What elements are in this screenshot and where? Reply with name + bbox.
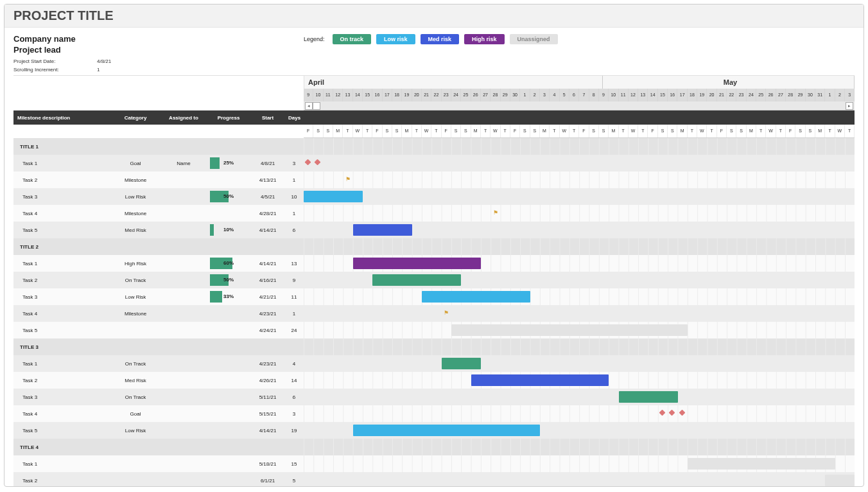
table-row[interactable]: Task 4Goal5/15/213: [13, 405, 855, 422]
day-letter-cell: T: [343, 125, 352, 137]
day-num-cell: 20: [707, 89, 716, 101]
cell-start: 4/16/21: [251, 277, 284, 283]
cell-start: 6/1/21: [251, 478, 284, 484]
day-letter-cell: M: [677, 125, 687, 137]
day-letter-cell: M: [815, 125, 825, 137]
day-num-cell: 3: [540, 89, 550, 101]
cell-category: Goal: [110, 411, 161, 417]
table-row[interactable]: Task 54/24/2124: [13, 322, 855, 338]
table-row[interactable]: Task 1GoalName25%4/8/213: [13, 155, 855, 171]
table-row[interactable]: Task 26/1/215: [13, 472, 855, 487]
col-days: Days: [284, 115, 304, 121]
day-num-cell: 23: [442, 89, 451, 101]
day-num-cell: 30: [806, 89, 815, 101]
cell-days: 19: [284, 428, 304, 434]
day-num-cell: 26: [766, 89, 776, 101]
day-num-cell: 25: [756, 89, 766, 101]
day-num-cell: 2: [835, 89, 845, 101]
table-row[interactable]: Task 4Milestone4/23/211: [13, 305, 855, 322]
cell-days: 3: [284, 411, 304, 417]
day-letter-cell: F: [304, 125, 313, 137]
day-letter-cell: S: [324, 125, 333, 137]
table-row[interactable]: Task 1High Risk60%4/14/2113: [13, 255, 855, 272]
cell-start: 4/5/21: [251, 194, 284, 200]
legend-on-track: On track: [333, 34, 372, 44]
cell-category: Milestone: [110, 311, 161, 317]
day-num-cell: 21: [422, 89, 431, 101]
day-num-cell: 9: [304, 89, 313, 101]
day-letter-cell: S: [599, 125, 609, 137]
cell-days: 1: [284, 311, 304, 317]
cell-days: 10: [284, 194, 304, 200]
cell-description: Task 5: [13, 428, 110, 434]
cell-category: Low Risk: [110, 194, 161, 200]
cell-description: Task 2: [13, 277, 110, 283]
spreadsheet-page: PROJECT TITLE Company name Project lead …: [4, 4, 864, 487]
cell-progress: 10%: [206, 224, 251, 236]
table-row[interactable]: Task 4Milestone4/28/211: [13, 205, 855, 222]
section-row[interactable]: TITLE 1: [13, 138, 855, 155]
day-letter-cell: T: [501, 125, 510, 137]
day-num-cell: 6: [569, 89, 579, 101]
scroll-thumb[interactable]: [313, 102, 320, 110]
day-letter-cell: S: [727, 125, 736, 137]
table-row[interactable]: Task 3On Track5/11/216: [13, 389, 855, 405]
table-row[interactable]: Task 5Med Risk10%4/14/216: [13, 222, 855, 238]
cell-start: 5/18/21: [251, 461, 284, 467]
day-num-cell: 10: [609, 89, 618, 101]
day-letter-cell: S: [668, 125, 677, 137]
timeline-scroller[interactable]: ◂ ▸: [304, 101, 855, 110]
start-date-label: Project Start Date:: [13, 58, 97, 64]
table-row[interactable]: Task 2Milestone4/13/211: [13, 171, 855, 188]
day-letter-cell: W: [560, 125, 569, 137]
cell-category: Low Risk: [110, 294, 161, 300]
day-letter-cell: W: [766, 125, 776, 137]
cell-description: Task 3: [13, 394, 110, 400]
cell-progress: 50%: [206, 191, 251, 202]
table-row[interactable]: Task 2On Track50%4/16/219: [13, 272, 855, 288]
project-lead: Project lead: [13, 45, 304, 55]
day-num-cell: 8: [589, 89, 599, 101]
cell-description: TITLE 1: [13, 144, 110, 150]
day-num-cell: 11: [324, 89, 333, 101]
cell-description: Task 1: [13, 261, 110, 267]
section-row[interactable]: TITLE 4: [13, 439, 855, 455]
day-num-cell: 22: [727, 89, 736, 101]
day-letter-cell: M: [333, 125, 343, 137]
day-letter-cell: W: [697, 125, 707, 137]
scroll-left-icon[interactable]: ◂: [305, 102, 313, 110]
day-letter-cell: S: [658, 125, 668, 137]
col-category: Category: [110, 115, 161, 121]
table-row[interactable]: Task 1On Track4/23/214: [13, 355, 855, 372]
cell-start: 5/11/21: [251, 394, 284, 400]
day-letter-cell: T: [619, 125, 629, 137]
table-row[interactable]: Task 3Low Risk50%4/5/2110: [13, 188, 855, 205]
cell-start: 4/26/21: [251, 378, 284, 383]
cell-days: 9: [284, 277, 304, 283]
section-row[interactable]: TITLE 2: [13, 238, 855, 255]
cell-progress: 33%: [206, 291, 251, 303]
legend-high-risk: High risk: [464, 34, 505, 44]
cell-days: 11: [284, 294, 304, 300]
table-row[interactable]: Task 15/18/2115: [13, 455, 855, 472]
cell-description: Task 2: [13, 177, 110, 183]
day-letter-cell: T: [845, 125, 855, 137]
cell-category: On Track: [110, 277, 161, 283]
table-row[interactable]: Task 2Med Risk4/26/2114: [13, 372, 855, 389]
day-letter-cell: T: [363, 125, 372, 137]
cell-days: 4: [284, 361, 304, 367]
cell-description: Task 4: [13, 311, 110, 317]
day-num-cell: 24: [451, 89, 461, 101]
scroll-right-icon[interactable]: ▸: [846, 102, 853, 110]
cell-category: High Risk: [110, 261, 161, 267]
section-row[interactable]: TITLE 3: [13, 338, 855, 355]
table-row[interactable]: Task 5Low Risk4/14/2119: [13, 422, 855, 439]
day-num-cell: 15: [658, 89, 668, 101]
cell-start: 4/24/21: [251, 328, 284, 333]
cell-category: Med Risk: [110, 227, 161, 233]
day-letter-cell: S: [736, 125, 746, 137]
day-letter-cell: M: [471, 125, 481, 137]
cell-description: Task 3: [13, 194, 110, 200]
table-row[interactable]: Task 3Low Risk33%4/21/2111: [13, 288, 855, 305]
day-num-cell: 20: [412, 89, 422, 101]
